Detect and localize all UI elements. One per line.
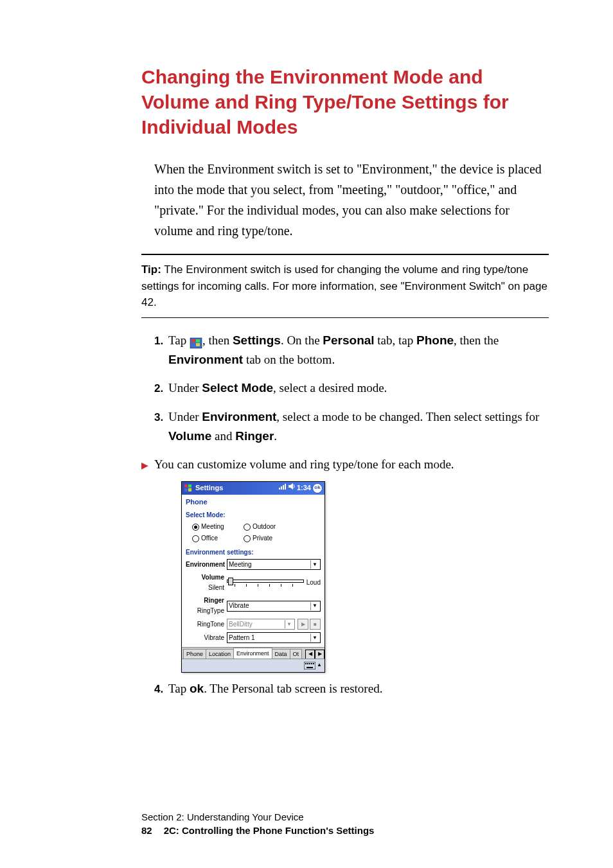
- volume-label: Volume: [202, 574, 224, 581]
- page-footer: Section 2: Understanding Your Device 822…: [141, 811, 374, 836]
- step-3-body: Under Environment, select a mode to be c…: [168, 407, 549, 447]
- ringtype-dropdown[interactable]: Vibrate ▼: [227, 601, 321, 612]
- tab-environment[interactable]: Environment: [233, 648, 272, 659]
- volume-loud-label: Loud: [306, 578, 321, 588]
- ringtone-value: BellDitty: [229, 619, 285, 630]
- bullet-text: You can customize volume and ring type/t…: [154, 455, 454, 474]
- svg-rect-3: [191, 343, 195, 346]
- svg-rect-19: [313, 663, 314, 664]
- radio-office[interactable]: Office: [192, 533, 244, 544]
- tab-location[interactable]: Location: [206, 649, 234, 659]
- tip-text: The Environment switch is used for chang…: [141, 263, 547, 308]
- titlebar-title: Settings: [195, 483, 279, 494]
- keyboard-icon[interactable]: [304, 662, 315, 669]
- step-1-bold4: Environment: [168, 353, 243, 366]
- svg-rect-18: [311, 663, 312, 664]
- tab-other[interactable]: Ot: [290, 649, 303, 659]
- step-4-text: Tap: [168, 682, 190, 695]
- play-button[interactable]: ▶: [298, 619, 308, 630]
- radio-outdoor-label: Outdoor: [253, 522, 276, 532]
- step-2-body: Under Select Mode, select a desired mode…: [168, 378, 549, 398]
- step-2-text: Under: [168, 381, 202, 394]
- environment-dropdown[interactable]: Meeting ▼: [227, 559, 321, 570]
- ok-button[interactable]: ok: [312, 483, 323, 493]
- windows-start-icon: [190, 335, 202, 347]
- step-1-text2: , then: [202, 333, 233, 347]
- svg-rect-20: [306, 667, 313, 668]
- step-3-number: 3.: [154, 407, 168, 426]
- tab-scroll-right[interactable]: ▶: [315, 650, 324, 659]
- page-heading: Changing the Environment Mode and Volume…: [141, 64, 549, 139]
- signal-icon: [279, 483, 287, 494]
- radio-private[interactable]: Private: [244, 533, 295, 544]
- svg-rect-16: [307, 663, 308, 664]
- titlebar: Settings 1:34 ok: [182, 482, 324, 495]
- ringtype-value: Vibrate: [229, 601, 310, 611]
- volume-silent-label: Silent: [208, 584, 224, 591]
- dropdown-arrow-icon: ▼: [310, 633, 319, 642]
- step-1: 1. Tap , then Settings. On the Personal …: [154, 331, 549, 370]
- triangle-bullet-icon: ▶: [141, 455, 154, 473]
- environment-field: Environment Meeting ▼: [182, 558, 324, 571]
- step-3-text: Under: [168, 410, 202, 423]
- step-1-text6: tab on the bottom.: [243, 353, 335, 366]
- select-mode-label: Select Mode:: [182, 509, 324, 520]
- step-3-bold3: Ringer: [235, 429, 274, 443]
- radio-meeting-label: Meeting: [201, 522, 224, 532]
- step-2-number: 2.: [154, 378, 168, 397]
- step-2-text2: , select a desired mode.: [273, 381, 387, 394]
- dropdown-arrow-icon: ▼: [285, 620, 293, 628]
- svg-rect-9: [279, 488, 280, 490]
- intro-paragraph: When the Environment switch is set to "E…: [154, 159, 549, 241]
- device-screenshot: Settings 1:34 ok Phone Select Mode: Meet…: [181, 481, 325, 673]
- svg-rect-14: [304, 662, 315, 669]
- sip-up-icon[interactable]: ▲: [317, 661, 322, 669]
- step-4-bold1: ok: [190, 682, 204, 695]
- step-1-text5: , then the: [454, 333, 499, 347]
- divider-bottom: [141, 317, 549, 318]
- step-1-text3: . On the: [281, 333, 323, 347]
- radio-office-label: Office: [201, 533, 218, 544]
- tab-scroll-left[interactable]: ◀: [305, 650, 315, 659]
- radio-meeting[interactable]: Meeting: [192, 522, 244, 532]
- step-1-body: Tap , then Settings. On the Personal tab…: [168, 331, 549, 370]
- svg-rect-12: [285, 484, 286, 490]
- tip-block: Tip: The Environment switch is used for …: [141, 261, 549, 311]
- footer-page-number: 82: [141, 825, 152, 836]
- vibrate-value: Pattern 1: [229, 633, 310, 643]
- svg-rect-17: [309, 663, 310, 664]
- vibrate-dropdown[interactable]: Pattern 1 ▼: [227, 632, 321, 643]
- svg-rect-1: [191, 339, 195, 342]
- svg-rect-10: [281, 486, 282, 490]
- step-3: 3. Under Environment, select a mode to b…: [154, 407, 549, 447]
- tip-label: Tip:: [141, 263, 161, 276]
- radio-private-label: Private: [253, 533, 272, 544]
- svg-rect-11: [283, 485, 284, 490]
- radio-outdoor[interactable]: Outdoor: [244, 522, 295, 532]
- tab-bar: Phone Location Environment Data Ot ◀ ▶: [182, 647, 324, 659]
- stop-button[interactable]: ■: [310, 619, 321, 630]
- phone-header: Phone: [182, 495, 324, 509]
- speaker-icon: [288, 483, 296, 494]
- sip-bar: ▲: [182, 659, 324, 672]
- step-2-bold1: Select Mode: [202, 381, 273, 394]
- ringtone-dropdown[interactable]: BellDitty ▼: [227, 619, 295, 630]
- mode-radio-group: Meeting Outdoor Office Private: [182, 520, 324, 546]
- step-3-text3: and: [211, 429, 235, 443]
- start-icon[interactable]: [184, 484, 193, 493]
- step-1-text: Tap: [168, 333, 190, 347]
- tab-phone[interactable]: Phone: [183, 649, 206, 659]
- step-4-number: 4.: [154, 679, 168, 698]
- volume-slider[interactable]: [227, 578, 304, 588]
- environment-label: Environment: [186, 561, 225, 568]
- step-2: 2. Under Select Mode, select a desired m…: [154, 378, 549, 398]
- svg-rect-6: [188, 484, 191, 488]
- tab-data[interactable]: Data: [272, 649, 290, 659]
- divider-top: [141, 254, 549, 255]
- step-4-text2: . The Personal tab screen is restored.: [204, 682, 382, 695]
- svg-rect-8: [188, 488, 191, 492]
- environment-value: Meeting: [229, 560, 310, 570]
- dropdown-arrow-icon: ▼: [310, 602, 319, 610]
- vibrate-field: Vibrate Pattern 1 ▼: [182, 631, 324, 644]
- svg-rect-7: [184, 488, 188, 492]
